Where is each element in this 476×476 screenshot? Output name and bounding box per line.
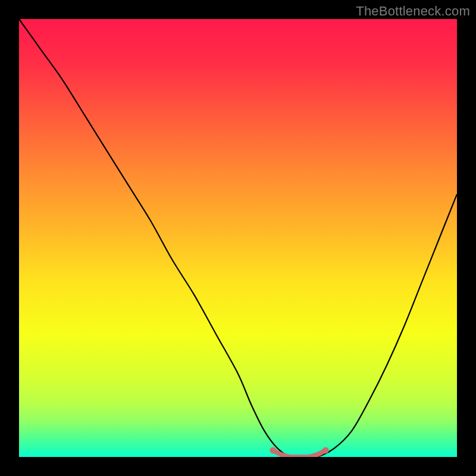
watermark-label: TheBottleneck.com [356,4,470,19]
chart-lines [19,19,457,457]
svg-point-2 [322,447,329,453]
svg-point-1 [270,447,276,453]
chart-frame: TheBottleneck.com [0,0,476,476]
plot-area [19,19,457,457]
bottleneck-curve [19,19,457,457]
